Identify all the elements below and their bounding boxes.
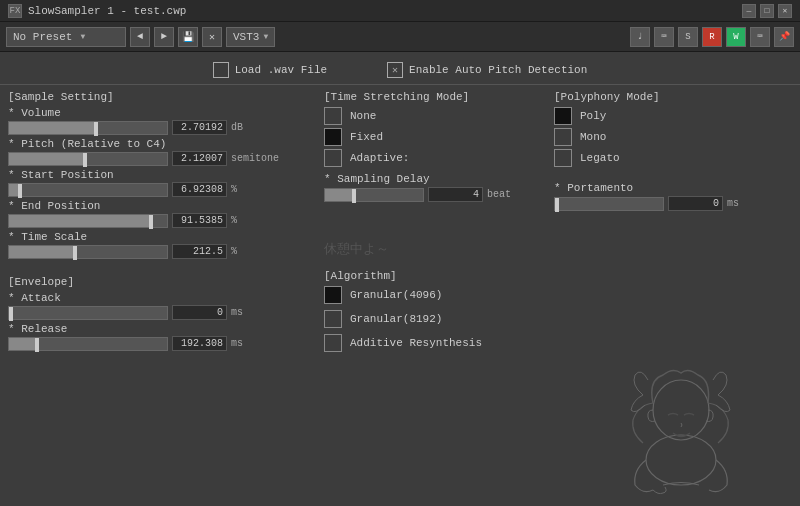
end-position-slider[interactable] [8,214,168,228]
polyphony-label: [Polyphony Mode] [554,91,768,103]
release-unit: ms [231,338,271,349]
adaptive-mode-label: Adaptive: [350,152,409,164]
top-controls: Load .wav File ✕ Enable Auto Pitch Detec… [0,52,800,85]
svg-point-1 [653,380,709,440]
svg-point-0 [646,435,716,485]
sampling-delay-value[interactable]: 4 [428,187,483,202]
sample-setting-label: [Sample Setting] [8,91,308,103]
portamento-section: * Portamento 0 ms [554,182,768,211]
pitch-checkbox[interactable]: ✕ [387,62,403,78]
time-scale-param: * Time Scale 212.5 % [8,231,308,259]
minimize-button[interactable]: — [742,4,756,18]
none-mode-row: None [324,107,538,125]
release-slider[interactable] [8,337,168,351]
attack-unit: ms [231,307,271,318]
fixed-mode-checkbox[interactable] [324,128,342,146]
time-scale-label: * Time Scale [8,231,308,243]
portamento-unit: ms [727,198,767,209]
rest-text: 休憩中よ～ [324,240,538,258]
pitch-label: * Pitch (Relative to C4) [8,138,308,150]
maximize-button[interactable]: □ [760,4,774,18]
panel-right: [Polyphony Mode] Poly Mono Legato * Port… [538,91,768,500]
granular4096-row: Granular(4096) [324,286,538,304]
sample-setting-section: [Sample Setting] * Volume 2.70192 dB [8,91,308,262]
granular8192-label: Granular(8192) [350,313,442,325]
attack-value[interactable]: 0 [172,305,227,320]
character-image [593,325,768,500]
pitch-unit: semitone [231,153,279,164]
time-stretching-label: [Time Stretching Mode] [324,91,538,103]
poly-checkbox[interactable] [554,107,572,125]
start-position-unit: % [231,184,271,195]
end-position-unit: % [231,215,271,226]
legato-row: Legato [554,149,768,167]
envelope-section: [Envelope] * Attack 0 ms [8,276,308,354]
legato-checkbox[interactable] [554,149,572,167]
end-position-param: * End Position 91.5385 % [8,200,308,228]
prev-preset-button[interactable]: ◄ [130,27,150,47]
panel-left: [Sample Setting] * Volume 2.70192 dB [8,91,308,500]
vst-arrow-icon: ▼ [263,32,268,41]
attack-slider[interactable] [8,306,168,320]
sampling-delay-section: * Sampling Delay 4 beat [324,173,538,202]
s-button[interactable]: S [678,27,698,47]
start-position-param: * Start Position 6.92308 % [8,169,308,197]
fixed-mode-row: Fixed [324,128,538,146]
attack-label: * Attack [8,292,308,304]
time-scale-value[interactable]: 212.5 [172,244,227,259]
vst-dropdown[interactable]: VST3 ▼ [226,27,275,47]
volume-param: * Volume 2.70192 dB [8,107,308,135]
chevron-down-icon: ▼ [80,32,85,41]
portamento-value[interactable]: 0 [668,196,723,211]
keyboard-icon-btn[interactable]: ⌨ [654,27,674,47]
granular4096-checkbox[interactable] [324,286,342,304]
end-position-value[interactable]: 91.5385 [172,213,227,228]
granular8192-checkbox[interactable] [324,310,342,328]
additive-row: Additive Resynthesis [324,334,538,352]
pitch-detect-toggle[interactable]: ✕ Enable Auto Pitch Detection [387,62,587,78]
envelope-label: [Envelope] [8,276,308,288]
panel-middle: [Time Stretching Mode] None Fixed Adapti… [308,91,538,500]
start-position-value[interactable]: 6.92308 [172,182,227,197]
pitch-detect-label: Enable Auto Pitch Detection [409,64,587,76]
toolbar-right: ♩ ⌨ S R W ⌨ 📌 [630,27,794,47]
algorithm-label: [Algorithm] [324,270,538,282]
close-window-button[interactable]: ✕ [778,4,792,18]
window-controls: — □ ✕ [742,4,792,18]
start-position-slider[interactable] [8,183,168,197]
preset-dropdown[interactable]: No Preset ▼ [6,27,126,47]
fixed-mode-label: Fixed [350,131,383,143]
adaptive-mode-checkbox[interactable] [324,149,342,167]
mono-row: Mono [554,128,768,146]
legato-label: Legato [580,152,620,164]
volume-value[interactable]: 2.70192 [172,120,227,135]
pitch-slider[interactable] [8,152,168,166]
additive-label: Additive Resynthesis [350,337,482,349]
release-param: * Release 192.308 ms [8,323,308,351]
release-value[interactable]: 192.308 [172,336,227,351]
mono-checkbox[interactable] [554,128,572,146]
attack-param: * Attack 0 ms [8,292,308,320]
w-button[interactable]: W [726,27,746,47]
time-scale-slider[interactable] [8,245,168,259]
additive-checkbox[interactable] [324,334,342,352]
load-wav-button[interactable]: Load .wav File [213,62,327,78]
none-mode-checkbox[interactable] [324,107,342,125]
time-scale-unit: % [231,246,271,257]
granular4096-label: Granular(4096) [350,289,442,301]
next-preset-button[interactable]: ► [154,27,174,47]
portamento-slider[interactable] [554,197,664,211]
character-area [554,223,768,500]
pin-icon-btn[interactable]: 📌 [774,27,794,47]
release-label: * Release [8,323,308,335]
delete-preset-button[interactable]: ✕ [202,27,222,47]
sampling-delay-slider[interactable] [324,188,424,202]
volume-slider[interactable] [8,121,168,135]
keyboard2-icon-btn[interactable]: ⌨ [750,27,770,47]
piano-roll-icon-btn[interactable]: ♩ [630,27,650,47]
save-preset-button[interactable]: 💾 [178,27,198,47]
pitch-value[interactable]: 2.12007 [172,151,227,166]
r-button[interactable]: R [702,27,722,47]
title-bar: FX SlowSampler 1 - test.cwp — □ ✕ [0,0,800,22]
wav-checkbox[interactable] [213,62,229,78]
